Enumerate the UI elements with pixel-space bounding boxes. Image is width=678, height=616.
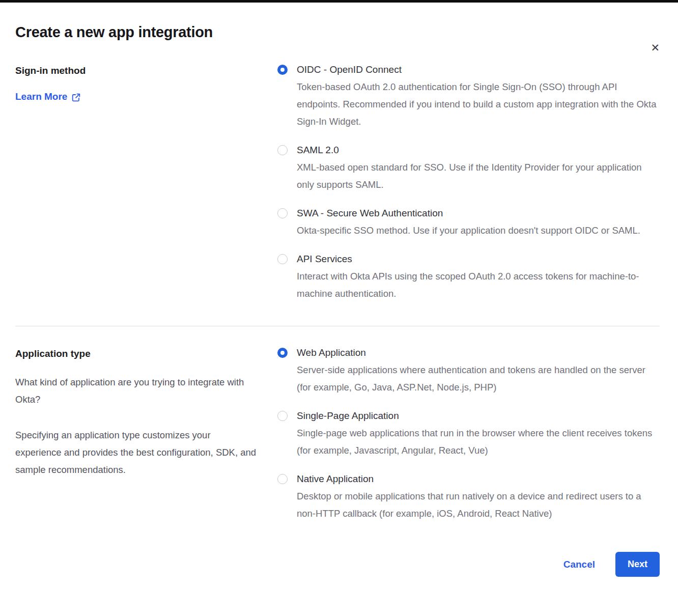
window-top-edge	[0, 0, 678, 3]
radio-option-text: API Services Interact with Okta APIs usi…	[297, 253, 659, 302]
radio-option-text: OIDC - OpenID Connect Token-based OAuth …	[297, 64, 659, 130]
radio-button-icon[interactable]	[277, 474, 288, 484]
radio-option-description: Okta-specific SSO method. Use if your ap…	[297, 222, 640, 239]
radio-option-label: Web Application	[297, 347, 659, 359]
radio-button-icon[interactable]	[277, 254, 288, 264]
radio-option-label: OIDC - OpenID Connect	[297, 64, 659, 76]
radio-option-label: Native Application	[297, 473, 659, 485]
radio-option-description: Single-page web applications that run in…	[297, 425, 659, 459]
radio-button-icon[interactable]	[277, 208, 288, 218]
radio-button-icon[interactable]	[277, 348, 288, 358]
section-divider	[15, 326, 660, 326]
application-type-explanation: Specifying an application type customize…	[15, 427, 259, 479]
create-app-integration-dialog: ✕ Create a new app integration Sign-in m…	[0, 23, 678, 600]
radio-option-description: Interact with Okta APIs using the scoped…	[297, 268, 659, 302]
radio-option-description: Desktop or mobile applications that run …	[297, 488, 659, 522]
learn-more-link[interactable]: Learn More	[15, 91, 80, 103]
close-icon: ✕	[651, 42, 660, 53]
application-type-heading: Application type	[15, 347, 272, 360]
radio-option[interactable]: Web Application Server-side applications…	[277, 347, 660, 396]
radio-option[interactable]: SWA - Secure Web Authentication Okta-spe…	[277, 207, 660, 239]
close-button[interactable]: ✕	[649, 41, 661, 54]
signin-method-section: Sign-in method Learn More OIDC - OpenID …	[15, 64, 660, 302]
dialog-title: Create a new app integration	[15, 23, 660, 41]
application-type-left-column: Application type What kind of applicatio…	[15, 347, 272, 522]
application-type-question: What kind of application are you trying …	[15, 374, 259, 408]
radio-option-description: Token-based OAuth 2.0 authentication for…	[297, 78, 659, 130]
radio-option-text: SAML 2.0 XML-based open standard for SSO…	[297, 144, 659, 193]
application-type-options: Web Application Server-side applications…	[272, 347, 660, 522]
radio-option-label: SAML 2.0	[297, 144, 659, 156]
radio-button-icon[interactable]	[277, 65, 288, 75]
radio-option[interactable]: OIDC - OpenID Connect Token-based OAuth …	[277, 64, 660, 130]
application-type-section: Application type What kind of applicatio…	[15, 347, 660, 522]
signin-method-left-column: Sign-in method Learn More	[15, 64, 272, 302]
learn-more-label: Learn More	[15, 91, 67, 103]
signin-method-heading: Sign-in method	[15, 64, 272, 77]
radio-button-icon[interactable]	[277, 145, 288, 155]
radio-option-label: API Services	[297, 253, 659, 265]
radio-option-text: Web Application Server-side applications…	[297, 347, 659, 396]
cancel-button[interactable]: Cancel	[563, 559, 595, 570]
radio-option-text: Native Application Desktop or mobile app…	[297, 473, 659, 522]
external-link-icon	[72, 92, 80, 102]
radio-option[interactable]: Single-Page Application Single-page web …	[277, 410, 660, 459]
next-button[interactable]: Next	[615, 552, 660, 577]
radio-option[interactable]: Native Application Desktop or mobile app…	[277, 473, 660, 522]
radio-option-description: XML-based open standard for SSO. Use if …	[297, 159, 659, 193]
radio-option-text: Single-Page Application Single-page web …	[297, 410, 659, 459]
signin-method-options: OIDC - OpenID Connect Token-based OAuth …	[272, 64, 660, 302]
radio-option-text: SWA - Secure Web Authentication Okta-spe…	[297, 207, 640, 239]
radio-option[interactable]: SAML 2.0 XML-based open standard for SSO…	[277, 144, 660, 193]
radio-option-label: SWA - Secure Web Authentication	[297, 207, 640, 219]
dialog-footer: Cancel Next	[15, 552, 660, 600]
radio-option-description: Server-side applications where authentic…	[297, 361, 659, 396]
radio-option-label: Single-Page Application	[297, 410, 659, 422]
radio-option[interactable]: API Services Interact with Okta APIs usi…	[277, 253, 660, 302]
radio-button-icon[interactable]	[277, 411, 288, 421]
